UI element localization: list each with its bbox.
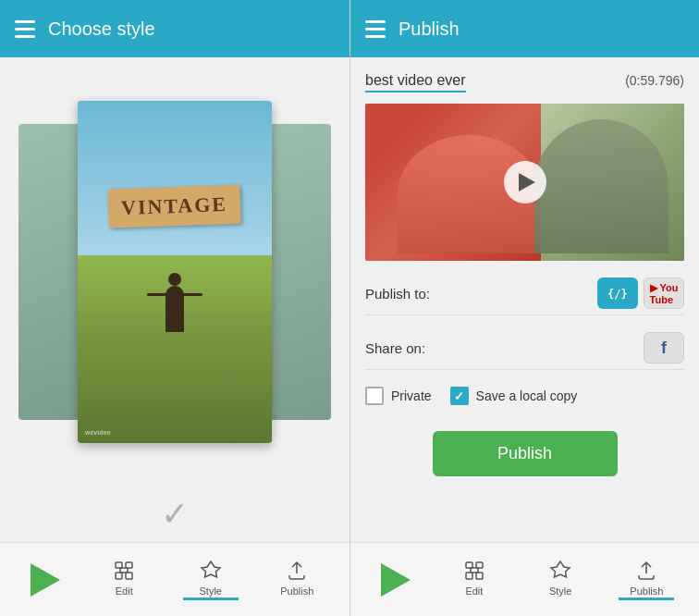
toolbar-publish-label-right: Publish xyxy=(630,585,663,597)
publish-to-buttons: {/} ▶ YouTube xyxy=(597,277,684,309)
local-copy-option[interactable]: Save a local copy xyxy=(450,387,578,405)
video-thumbnail[interactable] xyxy=(365,104,684,261)
play-button-left[interactable] xyxy=(25,560,66,600)
hamburger-line-r3 xyxy=(365,35,386,38)
video-duration: (0:59.796) xyxy=(625,73,684,88)
play-triangle-icon xyxy=(31,563,60,597)
svg-rect-1 xyxy=(126,562,132,568)
wevideo-publish-button[interactable]: {/} xyxy=(597,277,638,309)
right-panel: Publish best video ever (0:59.796) Publi… xyxy=(350,0,699,616)
youtube-icon: ▶ YouTube xyxy=(650,282,679,305)
vintage-card[interactable]: VINTAGE wevideo xyxy=(78,101,272,443)
svg-rect-3 xyxy=(126,573,132,579)
toolbar-style-right[interactable]: Style xyxy=(533,560,588,600)
style-icon-right xyxy=(549,560,571,582)
facebook-share-button[interactable]: f xyxy=(644,332,684,363)
vintage-sky xyxy=(78,101,272,255)
tab-active-indicator-right xyxy=(619,598,674,600)
toolbar-edit-label-left: Edit xyxy=(116,585,133,597)
svg-rect-0 xyxy=(116,562,122,568)
toolbar-edit-label-right: Edit xyxy=(465,585,483,597)
play-triangle-right-icon xyxy=(381,563,411,597)
video-title[interactable]: best video ever xyxy=(365,72,466,92)
publish-icon-right xyxy=(635,560,657,582)
publish-icon-left xyxy=(286,560,308,582)
share-on-row: Share on: f xyxy=(365,326,684,370)
toolbar-style-label-left: Style xyxy=(200,585,222,597)
vintage-label: VINTAGE xyxy=(121,192,228,219)
share-buttons: f xyxy=(644,332,684,363)
private-label: Private xyxy=(391,388,432,403)
wevideo-logo: wevideo xyxy=(85,429,111,436)
style-cards-container: VINTAGE wevideo xyxy=(9,67,340,477)
hamburger-menu-left[interactable] xyxy=(15,20,35,38)
thumbnail-person-right xyxy=(534,119,668,253)
publish-to-row: Publish to: {/} ▶ YouTube xyxy=(365,272,684,315)
vintage-figure xyxy=(156,273,193,347)
left-content: VINTAGE wevideo xyxy=(0,57,350,487)
svg-rect-11 xyxy=(476,562,483,568)
hamburger-menu-right[interactable] xyxy=(365,20,386,38)
right-panel-title: Publish xyxy=(399,18,460,40)
toolbar-style-label-right: Style xyxy=(549,585,571,597)
video-title-row: best video ever (0:59.796) xyxy=(365,72,684,92)
svg-rect-12 xyxy=(466,573,472,579)
vintage-sign: VINTAGE xyxy=(108,184,241,228)
hamburger-line xyxy=(15,20,35,23)
wevideo-icon: {/} xyxy=(604,283,632,303)
toolbar-edit-right[interactable]: Edit xyxy=(447,560,502,600)
hamburger-line-r1 xyxy=(365,20,386,23)
local-copy-label: Save a local copy xyxy=(476,388,578,403)
private-option[interactable]: Private xyxy=(365,387,432,405)
toolbar-publish-left[interactable]: Publish xyxy=(269,560,325,600)
toolbar-publish-label-left: Publish xyxy=(280,585,313,597)
publish-main-button[interactable]: Publish xyxy=(433,431,618,476)
style-icon xyxy=(200,560,222,582)
figure-head xyxy=(168,273,181,286)
right-content: best video ever (0:59.796) Publish to: {… xyxy=(350,57,699,542)
right-bottom-toolbar: Edit Style Publish xyxy=(350,542,699,616)
figure-body xyxy=(166,286,184,332)
left-panel-title: Choose style xyxy=(48,18,155,40)
toolbar-publish-right[interactable]: Publish xyxy=(619,560,674,600)
toolbar-edit-left[interactable]: Edit xyxy=(96,560,152,600)
play-triangle-overlay-icon xyxy=(519,173,535,191)
left-bottom-toolbar: Edit Style Publish xyxy=(0,542,350,616)
svg-rect-10 xyxy=(466,562,472,568)
local-copy-checkbox[interactable] xyxy=(450,387,469,405)
svg-text:{/}: {/} xyxy=(607,288,628,301)
hamburger-line xyxy=(15,28,35,31)
youtube-publish-button[interactable]: ▶ YouTube xyxy=(644,277,684,309)
publish-button-container: Publish xyxy=(365,431,684,476)
svg-rect-13 xyxy=(476,573,483,579)
hamburger-line-r2 xyxy=(365,28,386,31)
private-checkbox[interactable] xyxy=(365,387,384,405)
thumbnail-play-button[interactable] xyxy=(504,161,546,203)
figure-arms xyxy=(147,293,202,296)
left-panel: Choose style VINTAGE wevideo xyxy=(0,0,350,616)
play-button-right[interactable] xyxy=(375,560,416,600)
checkmark-icon: ✓ xyxy=(161,495,189,534)
hamburger-line xyxy=(15,35,35,38)
tab-active-indicator-left xyxy=(183,598,239,600)
publish-to-label: Publish to: xyxy=(365,286,430,302)
right-header: Publish xyxy=(350,0,699,57)
left-header: Choose style xyxy=(0,0,350,57)
toolbar-style-left[interactable]: Style xyxy=(183,560,239,600)
edit-icon-right xyxy=(463,560,485,582)
share-on-label: Share on: xyxy=(365,340,425,356)
svg-rect-2 xyxy=(116,573,122,579)
edit-icon xyxy=(113,560,135,582)
options-row: Private Save a local copy xyxy=(365,381,684,411)
checkmark-area: ✓ xyxy=(0,487,350,542)
facebook-icon: f xyxy=(661,339,667,358)
